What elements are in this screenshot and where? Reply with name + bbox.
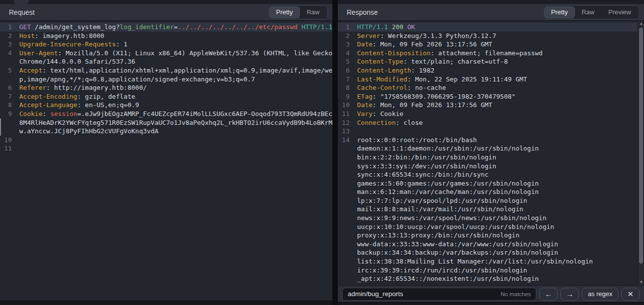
line-number [338, 248, 350, 257]
editor-line: sys:x:3:3:sys:/dev:/usr/sbin/nologin [338, 162, 644, 171]
response-title: Response [347, 8, 378, 16]
line-number [338, 179, 350, 188]
line-number [338, 257, 350, 266]
line-content: uucp:x:10:10:uucp:/var/spool/uucp:/usr/s… [357, 223, 554, 231]
line-content: irc:x:39:39:ircd:/run/ircd:/usr/sbin/nol… [357, 266, 527, 275]
line-number: 9 [338, 92, 350, 101]
line-content: Host: imagery.htb:8000 [19, 32, 104, 40]
line-number [338, 214, 350, 223]
scrollbar-thumb[interactable] [639, 28, 643, 264]
line-number: 1 [0, 23, 12, 32]
editor-line: 10 [0, 136, 332, 145]
editor-line: 14root:x:0:0:root:/root:/bin/bash [338, 136, 644, 145]
line-content: sys:x:3:3:sys:/dev:/usr/sbin/nologin [357, 162, 496, 171]
editor-line: man:x:6:12:man:/var/cache/man:/usr/sbin/… [338, 188, 644, 196]
line-number [0, 57, 12, 66]
editor-line: _apt:x:42:65534::/nonexistent:/usr/sbin/… [338, 274, 644, 283]
tab-raw[interactable]: Raw [575, 7, 601, 18]
editor-line: Chrome/144.0.0.0 Safari/537.36 [0, 57, 332, 66]
editor-line: 8Cache-Control: no-cache [338, 83, 644, 92]
search-regex-button[interactable]: as regex [582, 288, 618, 301]
line-number: 9 [0, 110, 12, 118]
editor-line: 12Connection: close [338, 118, 644, 127]
line-number: 7 [338, 75, 350, 84]
editor-line: 1HTTP/1.1 200 OK [338, 23, 644, 32]
request-editor[interactable]: 1GET /admin/get_system_log?log_identifie… [0, 21, 332, 301]
editor-line: w.aYnccw.JCj8PyFIhHbG2cVUFgVoKnq3vdA [0, 127, 332, 136]
editor-line: proxy:x:13:13:proxy:/bin:/usr/sbin/nolog… [338, 231, 644, 240]
line-content: User-Agent: Mozilla/5.0 (X11; Linux x86_… [19, 49, 332, 58]
line-content: ETag: "1758568309.7066295-1982-370479508… [357, 92, 516, 101]
editor-line: 9ETag: "1758568309.7066295-1982-37047950… [338, 92, 644, 101]
scroll-up-icon[interactable]: ▲ [638, 21, 644, 27]
line-content: Referer: http://imagery.htb:8000/ [19, 83, 147, 92]
line-content: Accept: text/html,application/xhtml+xml,… [19, 66, 332, 75]
search-next-button[interactable]: → [561, 288, 579, 301]
line-number: 7 [0, 92, 12, 101]
editor-line: 6Content-Length: 1982 [338, 66, 644, 75]
line-number [338, 153, 350, 162]
line-content: Cookie: session=.eJw9jbEOgzAMRP_Fc4UEZcp… [19, 110, 332, 118]
editor-line: lp:x:7:7:lp:/var/spool/lpd:/usr/sbin/nol… [338, 196, 644, 205]
response-view-toggle: PrettyRawPreview [543, 5, 639, 19]
line-content: list:x:38:38:Mailing List Manager:/var/l… [357, 257, 593, 266]
search-input[interactable] [348, 290, 498, 298]
line-number: 12 [338, 118, 350, 127]
line-content: Vary: Cookie [357, 110, 403, 118]
editor-line: 2Host: imagery.htb:8000 [0, 32, 332, 40]
line-content: root:x:0:0:root:/root:/bin/bash [357, 136, 477, 145]
search-close-button[interactable]: ✕ [621, 288, 640, 301]
search-prev-button[interactable]: ← [539, 288, 558, 301]
response-panel: Response PrettyRawPreview 1HTTP/1.1 200 … [338, 0, 644, 305]
editor-line: 10Date: Mon, 09 Feb 2026 13:17:56 GMT [338, 101, 644, 110]
editor-line: 6Referer: http://imagery.htb:8000/ [0, 83, 332, 92]
line-number: 14 [338, 136, 350, 145]
line-number: 13 [338, 127, 350, 136]
editor-line: sync:x:4:65534:sync:/bin:/bin/sync [338, 170, 644, 179]
line-content: Accept-Language: en-US,en;q=0.9 [19, 101, 139, 110]
search-field[interactable]: No matches [342, 288, 536, 301]
line-number [338, 196, 350, 205]
line-number [338, 223, 350, 231]
line-content: Content-Type: text/plain; charset=utf-8 [357, 57, 508, 66]
editor-line: 11Vary: Cookie [338, 110, 644, 118]
line-content: proxy:x:13:13:proxy:/bin:/usr/sbin/nolog… [357, 231, 520, 240]
line-number [338, 240, 350, 249]
request-top-strip [0, 0, 332, 4]
http-message-viewer: Request PrettyRaw 1GET /admin/get_system… [0, 0, 644, 305]
editor-line: daemon:x:1:1:daemon:/usr/sbin:/usr/sbin/… [338, 144, 644, 153]
editor-line: 9Cookie: session=.eJw9jbEOgzAMRP_Fc4UEZc… [0, 110, 332, 118]
tab-raw[interactable]: Raw [300, 7, 326, 18]
tab-pretty[interactable]: Pretty [545, 7, 574, 18]
tab-preview[interactable]: Preview [602, 7, 638, 18]
editor-line: 5Content-Type: text/plain; charset=utf-8 [338, 57, 644, 66]
line-content: lp:x:7:7:lp:/var/spool/lpd:/usr/sbin/nol… [357, 196, 527, 205]
line-content: Chrome/144.0.0.0 Safari/537.36 [19, 57, 135, 66]
editor-line: 1GET /admin/get_system_log?log_identifie… [0, 23, 332, 32]
line-number: 6 [0, 83, 12, 92]
line-number: 1 [338, 23, 350, 32]
response-scrollbar[interactable]: ▲ ▼ [638, 21, 644, 285]
response-lines: 1HTTP/1.1 200 OK2Server: Werkzeug/3.1.3 … [338, 23, 644, 283]
line-number [338, 170, 350, 179]
line-content: backup:x:34:34:backup:/var/backups:/usr/… [357, 248, 558, 257]
search-match-status: No matches [501, 291, 531, 297]
line-content: www-data:x:33:33:www-data:/var/www:/usr/… [357, 240, 558, 249]
line-content: news:x:9:9:news:/var/spool/news:/usr/sbi… [357, 214, 547, 223]
line-content: Date: Mon, 09 Feb 2026 13:17:56 GMT [357, 101, 492, 110]
editor-line: 13 [338, 127, 644, 136]
panel-divider[interactable] [332, 0, 338, 305]
search-bar: No matches ← → as regex ✕ [338, 285, 644, 302]
response-editor[interactable]: 1HTTP/1.1 200 OK2Server: Werkzeug/3.1.3 … [338, 21, 644, 285]
line-content: Content-Disposition: attachment; filenam… [357, 49, 543, 58]
line-number [338, 144, 350, 153]
line-content: Date: Mon, 09 Feb 2026 13:17:56 GMT [357, 40, 492, 49]
editor-line: uucp:x:10:10:uucp:/var/spool/uucp:/usr/s… [338, 223, 644, 231]
tab-pretty[interactable]: Pretty [270, 7, 299, 18]
line-content: sync:x:4:65534:sync:/bin:/bin/sync [357, 170, 488, 179]
scroll-down-icon[interactable]: ▼ [638, 279, 644, 285]
response-header: Response PrettyRawPreview [338, 4, 644, 21]
line-number: 3 [0, 40, 12, 49]
request-header: Request PrettyRaw [0, 4, 332, 21]
line-number: 11 [0, 144, 12, 153]
